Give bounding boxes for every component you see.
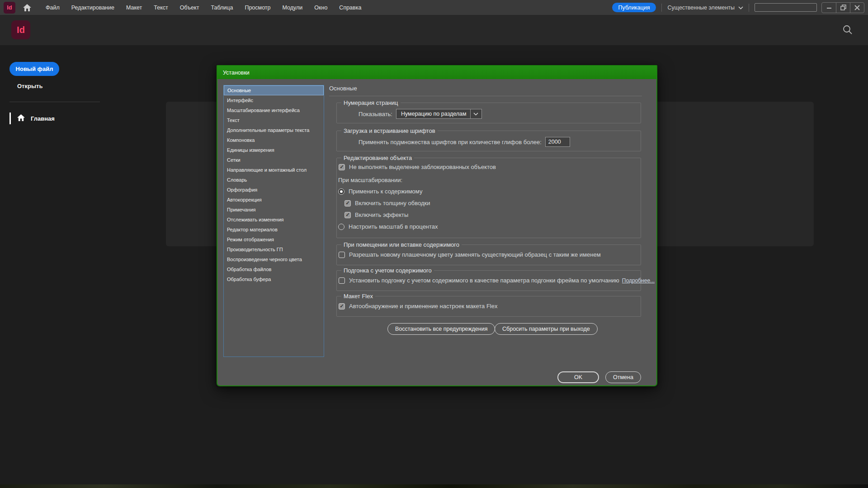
section-content-aware-fit: Подгонка с учетом содержимого ✓ Установи…: [336, 270, 641, 291]
dialog-titlebar[interactable]: Установки: [217, 66, 656, 79]
prefs-nav-item-3[interactable]: Текст: [224, 115, 324, 125]
open-button[interactable]: Открыть: [17, 83, 42, 89]
prefs-nav-item-5[interactable]: Компоновка: [224, 135, 324, 145]
flex-auto-checkbox[interactable]: ✓: [339, 303, 345, 310]
checkbox-label: Автообнаружение и применение настроек ма…: [349, 303, 497, 310]
checkbox-label: Установить подгонку с учетом содержимого…: [349, 277, 619, 284]
ok-button[interactable]: OK: [557, 371, 599, 383]
home-icon[interactable]: [23, 4, 32, 12]
reset-warnings-button[interactable]: Восстановить все предупреждения: [387, 323, 495, 335]
prefs-nav-item-10[interactable]: Орфография: [224, 185, 324, 195]
menu-items: ФайлРедактированиеМакетТекстОбъектТаблиц…: [40, 0, 367, 15]
preferences-dialog: Установки ОсновныеИнтерфейсМасштабирован…: [217, 65, 657, 386]
indesign-logo: Id: [11, 20, 30, 39]
prefs-nav-item-6[interactable]: Единицы измерения: [224, 145, 324, 155]
sidebar-item-label: Главная: [31, 115, 55, 122]
minimize-button[interactable]: [822, 3, 836, 13]
prefs-nav-item-14[interactable]: Редактор материалов: [224, 225, 324, 235]
section-legend: Нумерация страниц: [341, 99, 401, 106]
show-label: Показывать:: [359, 111, 392, 117]
checkbox-label: Включить эффекты: [355, 211, 408, 218]
reset-preferences-button[interactable]: Сбросить параметры при выходе: [495, 323, 598, 335]
section-legend: Подгонка с учетом содержимого: [341, 267, 434, 274]
active-indicator: [9, 113, 11, 124]
chevron-down-icon: [738, 5, 743, 11]
include-effects-checkbox[interactable]: ✓: [344, 212, 351, 218]
close-button[interactable]: [850, 3, 864, 13]
section-legend: Загрузка и встраивание шрифтов: [341, 127, 438, 134]
adjust-percent-radio[interactable]: [338, 224, 344, 230]
prefs-nav-list: ОсновныеИнтерфейсМасштабирование интерфе…: [223, 85, 324, 357]
prefs-nav-item-8[interactable]: Направляющие и монтажный стол: [224, 165, 324, 175]
chevron-down-icon[interactable]: [470, 109, 481, 118]
prefs-nav-item-17[interactable]: Воспроизведение черного цвета: [224, 254, 324, 264]
restore-button[interactable]: [836, 3, 850, 13]
checkbox-label: Разрешать новому плашечному цвету заменя…: [349, 251, 601, 258]
window-controls: [821, 2, 864, 13]
page-title: Основные: [329, 85, 357, 92]
quick-search-input[interactable]: [755, 3, 817, 12]
checkbox-label: Включить толщину обводки: [355, 200, 430, 206]
divider: [749, 4, 749, 12]
menu-item-9[interactable]: Справка: [333, 0, 367, 15]
menu-bar: Id ФайлРедактированиеМакетТекстОбъектТаб…: [0, 0, 868, 15]
glyph-count-input[interactable]: [545, 137, 570, 147]
indesign-app-icon[interactable]: Id: [4, 2, 15, 14]
apply-to-content-radio[interactable]: [338, 188, 344, 195]
app-header: Id: [0, 15, 868, 45]
section-place-paste: При помещении или вставке содержимого ✓ …: [336, 244, 641, 265]
menu-item-2[interactable]: Макет: [120, 0, 148, 15]
prefs-nav-item-16[interactable]: Производительность ГП: [224, 244, 324, 254]
sidebar-item-home[interactable]: Главная: [9, 112, 55, 125]
section-legend: Макет Flex: [341, 293, 375, 300]
page-numbering-dropdown[interactable]: Нумерацию по разделам: [396, 109, 482, 119]
section-legend: Редактирование объекта: [341, 155, 414, 161]
prefs-nav-item-15[interactable]: Режим отображения: [224, 235, 324, 244]
prefs-nav-item-7[interactable]: Сетки: [224, 155, 324, 165]
prefs-nav-item-2[interactable]: Масштабирование интерфейса: [224, 105, 324, 115]
menu-item-8[interactable]: Окно: [308, 0, 333, 15]
workspace-selector[interactable]: Существенные элементы: [667, 5, 743, 11]
publish-button[interactable]: Публикация: [612, 3, 656, 12]
menu-item-0[interactable]: Файл: [40, 0, 66, 15]
home-icon: [17, 114, 25, 123]
radio-label: Настроить масштаб в процентах: [349, 223, 438, 230]
prefs-nav-item-4[interactable]: Дополнительные параметры текста: [224, 125, 324, 135]
learn-more-link[interactable]: Подробнее...: [622, 277, 655, 284]
prefs-nav-item-1[interactable]: Интерфейс: [224, 95, 324, 105]
prefs-nav-item-11[interactable]: Автокоррекция: [224, 195, 324, 205]
radio-label: Применить к содержимому: [349, 188, 422, 195]
divider: [329, 96, 642, 96]
search-icon[interactable]: [842, 24, 854, 38]
section-legend: При помещении или вставке содержимого: [341, 241, 462, 248]
section-flex-layout: Макет Flex ✓ Автообнаружение и применени…: [336, 296, 641, 317]
menu-item-5[interactable]: Таблица: [205, 0, 239, 15]
prefs-nav-item-19[interactable]: Обработка буфера: [224, 274, 324, 284]
cancel-button[interactable]: Отмена: [605, 371, 641, 383]
menu-item-1[interactable]: Редактирование: [66, 0, 120, 15]
section-object-editing: Редактирование объекта ✓ Не выполнять вы…: [336, 158, 641, 238]
prefs-nav-item-9[interactable]: Словарь: [224, 175, 324, 185]
sidebar-divider: [9, 102, 100, 102]
menu-item-7[interactable]: Модули: [277, 0, 309, 15]
menu-item-6[interactable]: Просмотр: [239, 0, 276, 15]
new-file-button[interactable]: Новый файл: [9, 62, 59, 76]
dropdown-value: Нумерацию по разделам: [396, 109, 470, 118]
menu-item-3[interactable]: Текст: [148, 0, 174, 15]
prefs-nav-item-18[interactable]: Обработка файлов: [224, 264, 324, 274]
include-stroke-checkbox[interactable]: ✓: [344, 200, 351, 206]
divider: [661, 4, 662, 12]
prefs-nav-item-13[interactable]: Отслеживать изменения: [224, 215, 324, 225]
content-aware-fit-checkbox[interactable]: ✓: [339, 277, 345, 284]
desktop-strip: [0, 484, 868, 488]
subset-label: Применять подмножества шрифтов при колич…: [359, 139, 542, 145]
section-page-numbering: Нумерация страниц Показывать: Нумерацию …: [336, 103, 641, 123]
checkbox-label: Не выполнять выделение заблокированных о…: [349, 164, 496, 170]
prefs-nav-item-0[interactable]: Основные: [224, 85, 324, 95]
section-fonts: Загрузка и встраивание шрифтов Применять…: [336, 131, 641, 151]
menu-item-4[interactable]: Объект: [174, 0, 205, 15]
workspace-selector-label: Существенные элементы: [667, 5, 735, 11]
prevent-selection-checkbox[interactable]: ✓: [339, 164, 345, 170]
spot-color-checkbox[interactable]: ✓: [339, 252, 345, 258]
prefs-nav-item-12[interactable]: Примечания: [224, 205, 324, 215]
